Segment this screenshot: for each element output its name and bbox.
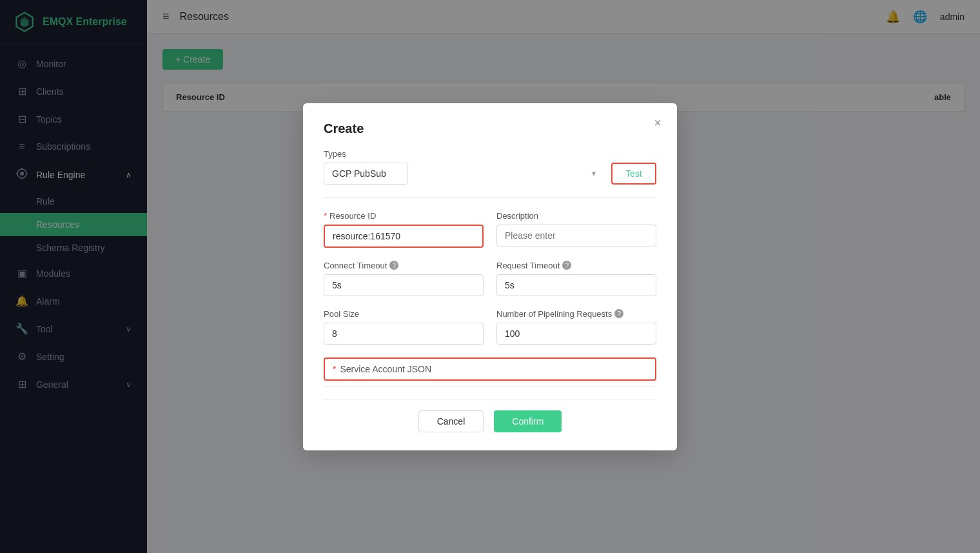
types-label: Types [324,149,656,159]
dialog-title: Create [324,121,656,136]
service-account-label: Service Account JSON [340,364,431,374]
pipelining-col: Number of Pipelining Requests ? [496,309,656,345]
types-section: Types GCP PubSub ▾ Test [324,149,656,185]
dialog-footer: Cancel Confirm [324,399,656,432]
pool-size-label: Pool Size [324,309,484,319]
divider [324,197,656,198]
pool-row: Pool Size Number of Pipelining Requests … [324,309,656,345]
connect-timeout-input[interactable] [324,274,484,296]
connect-timeout-help-icon[interactable]: ? [389,261,398,270]
request-timeout-help-icon[interactable]: ? [562,261,571,270]
request-timeout-input[interactable] [496,274,656,296]
timeout-row: Connect Timeout ? Request Timeout ? [324,261,656,296]
create-dialog: Create × Types GCP PubSub ▾ Test [303,103,677,450]
cancel-button[interactable]: Cancel [418,410,484,432]
request-timeout-col: Request Timeout ? [496,261,656,296]
service-account-field[interactable]: * Service Account JSON [324,357,656,381]
pipelining-label: Number of Pipelining Requests ? [496,309,656,319]
select-arrow-icon: ▾ [592,169,596,178]
pool-size-input[interactable] [324,323,484,345]
request-timeout-label: Request Timeout ? [496,261,656,270]
types-select[interactable]: GCP PubSub [324,163,408,185]
resource-id-label: * Resource ID [324,211,484,221]
connect-timeout-label: Connect Timeout ? [324,261,484,270]
pipelining-help-icon[interactable]: ? [614,309,623,318]
modal-overlay: Create × Types GCP PubSub ▾ Test [0,0,980,553]
types-select-container: GCP PubSub ▾ [324,163,603,185]
pool-size-col: Pool Size [324,309,484,345]
description-label: Description [496,211,656,221]
test-button[interactable]: Test [611,163,656,185]
types-select-wrap: GCP PubSub ▾ Test [324,163,656,185]
connect-timeout-col: Connect Timeout ? [324,261,484,296]
resource-id-input[interactable] [324,225,484,248]
confirm-button[interactable]: Confirm [494,410,562,432]
resource-id-col: * Resource ID [324,211,484,248]
service-account-section: * Service Account JSON [324,357,656,387]
dialog-close-button[interactable]: × [654,116,662,129]
description-col: Description [496,211,656,246]
service-account-divider [324,386,656,387]
resource-id-row: * Resource ID Description [324,211,656,248]
description-input[interactable] [496,225,656,246]
pipelining-input[interactable] [496,323,656,345]
